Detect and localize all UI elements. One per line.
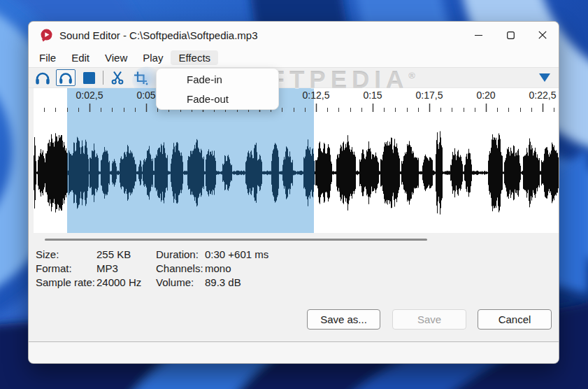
cut-scissors-icon[interactable] [110, 70, 125, 85]
ruler-label: 0:15 [363, 90, 382, 101]
info-value-channels: mono [205, 262, 268, 274]
play-headphones-icon[interactable] [34, 70, 51, 85]
toolbar-overflow-triangle-icon[interactable] [539, 73, 550, 82]
menu-effects[interactable]: Effects [171, 50, 218, 65]
info-value-sample-rate: 24000 Hz [96, 276, 156, 288]
stop-icon[interactable] [83, 72, 95, 84]
save-as-button[interactable]: Save as... [307, 309, 380, 330]
effects-dropdown-menu: Fade-in Fade-out [156, 68, 279, 110]
window-footer [29, 341, 559, 364]
title-bar: Sound Editor - C:\Softpedia\Softpedia.mp… [29, 22, 559, 48]
waveform-canvas[interactable] [34, 113, 559, 233]
ruler-label: 0:05 [136, 90, 155, 101]
info-label-volume: Volume: [156, 276, 205, 288]
info-label-size: Size: [36, 248, 96, 260]
info-label-channels: Channels: [156, 262, 205, 274]
ruler-label: 0:22,5 [529, 90, 557, 101]
menu-item-fade-in[interactable]: Fade-in [157, 69, 278, 89]
save-button[interactable]: Save [392, 309, 466, 330]
info-value-format: MP3 [96, 262, 156, 274]
menu-edit[interactable]: Edit [64, 50, 97, 65]
ruler-label: 0:20 [476, 90, 495, 101]
menu-view[interactable]: View [97, 50, 135, 65]
maximize-icon [507, 31, 515, 39]
window-controls [462, 22, 559, 48]
close-button[interactable] [526, 22, 559, 48]
waveform-scrollbar[interactable] [45, 239, 427, 241]
close-icon [538, 31, 547, 39]
timeline-ruler[interactable]: 0:02,5 0:05 0:07,5 0:10 0:12,5 0:15 0:17… [34, 88, 559, 113]
menu-bar: File Edit View Play Effects [29, 48, 559, 67]
ruler-ticks [34, 103, 559, 112]
window-title: Sound Editor - C:\Softpedia\Softpedia.mp… [59, 29, 258, 41]
sound-editor-window: Sound Editor - C:\Softpedia\Softpedia.mp… [28, 21, 559, 364]
ruler-label: 0:02,5 [76, 90, 103, 101]
info-value-size: 255 KB [96, 248, 156, 260]
play-selection-headphones-icon[interactable] [56, 69, 76, 86]
file-info-panel: Size: 255 KB Duration: 0:30 +601 ms Form… [36, 247, 268, 289]
maximize-button[interactable] [494, 22, 526, 48]
toolbar [29, 67, 559, 88]
info-label-format: Format: [36, 262, 96, 274]
trim-crop-icon[interactable] [133, 70, 148, 85]
info-label-duration: Duration: [156, 248, 205, 260]
info-value-duration: 0:30 +601 ms [205, 248, 268, 260]
menu-file[interactable]: File [31, 50, 64, 65]
info-value-volume: 89.3 dB [205, 276, 268, 288]
menu-item-fade-out[interactable]: Fade-out [157, 89, 278, 108]
ruler-label: 0:17,5 [416, 90, 443, 101]
menu-play[interactable]: Play [135, 50, 171, 65]
app-icon [40, 29, 53, 42]
ruler-label: 0:12,5 [303, 90, 330, 101]
minimize-icon [475, 31, 482, 39]
toolbar-separator [103, 71, 103, 85]
info-label-sample-rate: Sample rate: [36, 276, 96, 288]
waveform-area[interactable] [34, 113, 559, 233]
minimize-button[interactable] [462, 22, 494, 48]
cancel-button[interactable]: Cancel [478, 309, 552, 330]
